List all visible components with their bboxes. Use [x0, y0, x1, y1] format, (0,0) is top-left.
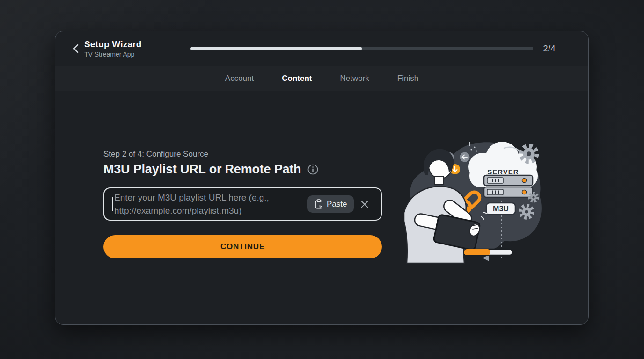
wizard-tabbar: Account Content Network Finish — [55, 66, 588, 91]
progress-fill — [190, 47, 362, 50]
m3u-badge: M3U — [486, 203, 515, 215]
step-indicator: 2/4 — [543, 44, 556, 54]
tab-content[interactable]: Content — [282, 74, 312, 83]
paste-button-label: Paste — [327, 200, 347, 209]
form-heading: M3U Playlist URL or Remote Path — [103, 162, 301, 177]
wizard-content: Step 2 of 4: Configure Source M3U Playli… — [55, 91, 588, 324]
step-label: Step 2 of 4: Configure Source — [103, 150, 382, 159]
heading-row: M3U Playlist URL or Remote Path — [103, 162, 382, 177]
clipboard-icon — [315, 199, 323, 209]
title-block: Setup Wizard TV Streamer App — [84, 39, 142, 58]
page-subtitle: TV Streamer App — [84, 50, 142, 58]
wizard-header: Setup Wizard TV Streamer App 2/4 — [55, 31, 588, 66]
illustration-progress-fill — [464, 249, 490, 255]
m3u-url-input[interactable]: Enter your M3U playlist URL here (e.g., … — [103, 187, 382, 221]
arrow-left-icon — [460, 152, 470, 162]
text-caret — [112, 197, 113, 211]
setup-wizard-card: Setup Wizard TV Streamer App 2/4 Account… — [55, 31, 589, 325]
wizard-progress-bar — [190, 47, 534, 50]
illustration-progress-bar — [464, 249, 512, 255]
chevron-left-icon — [73, 44, 79, 53]
info-icon[interactable] — [307, 164, 318, 175]
back-button[interactable] — [69, 43, 81, 55]
server-label: SERVER — [487, 168, 519, 176]
continue-button[interactable]: CONTINUE — [103, 235, 382, 258]
input-placeholder: Enter your M3U playlist URL here (e.g., … — [114, 191, 304, 217]
source-config-form: Step 2 of 4: Configure Source M3U Playli… — [103, 150, 382, 258]
m3u-label: M3U — [493, 205, 509, 213]
clear-input-button[interactable] — [360, 200, 369, 209]
tab-account[interactable]: Account — [225, 74, 254, 83]
close-icon — [360, 200, 369, 209]
tab-finish[interactable]: Finish — [397, 74, 418, 83]
page-title: Setup Wizard — [84, 39, 142, 50]
paste-button[interactable]: Paste — [307, 195, 354, 213]
tab-network[interactable]: Network — [340, 74, 369, 83]
setup-illustration: SERVER M3U — [404, 138, 545, 265]
